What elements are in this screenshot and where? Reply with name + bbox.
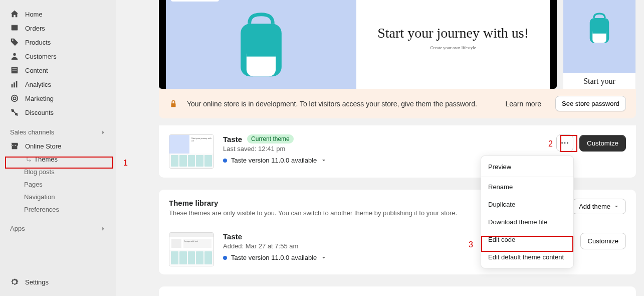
nav-online-store[interactable]: Online Store <box>4 139 112 153</box>
subnav-label: Navigation <box>24 193 55 201</box>
indent-icon <box>26 157 32 163</box>
subnav-label: Themes <box>34 156 58 163</box>
dropdown-preview[interactable]: Preview <box>481 158 573 176</box>
subnav-blog-posts[interactable]: Blog posts <box>4 166 112 178</box>
dropdown-rename[interactable]: Rename <box>481 178 573 196</box>
discount-icon <box>10 108 19 117</box>
home-icon <box>10 10 19 19</box>
svg-rect-15 <box>247 47 276 57</box>
subnav-label: Blog posts <box>24 168 55 176</box>
see-store-password-button[interactable]: See store password <box>555 96 626 111</box>
backpack-illustration <box>231 12 291 82</box>
person-icon <box>10 52 19 61</box>
apps-header[interactable]: Apps <box>4 222 112 235</box>
analytics-icon <box>10 80 19 89</box>
customize-button[interactable]: Customize <box>580 233 626 249</box>
chevron-down-icon <box>613 204 619 210</box>
nav-label: Home <box>25 11 43 18</box>
store-icon <box>10 141 19 151</box>
svg-point-21 <box>564 142 566 144</box>
subnav-label: Preferences <box>24 206 59 213</box>
status-dot-icon <box>223 256 227 260</box>
main-area: EComposer Start your journey with us! Cr… <box>116 0 644 296</box>
chevron-right-icon <box>100 226 106 232</box>
nav-customers[interactable]: Customers <box>4 49 112 63</box>
target-icon <box>10 94 19 103</box>
add-theme-button[interactable]: Add theme <box>572 199 626 214</box>
subnav-preferences[interactable]: Preferences <box>4 203 112 216</box>
theme-name: Taste <box>223 135 242 143</box>
svg-rect-4 <box>13 68 17 69</box>
dropdown-edit-default[interactable]: Edit default theme content <box>481 248 573 266</box>
extra-card <box>159 286 636 296</box>
nav-label: Orders <box>25 25 45 32</box>
mobile-preview-body: EComposer <box>563 0 635 73</box>
nav-orders[interactable]: Orders <box>4 21 112 35</box>
svg-rect-18 <box>592 29 606 34</box>
nav-label: Analytics <box>25 81 51 88</box>
svg-rect-8 <box>16 81 18 88</box>
nav-analytics[interactable]: Analytics <box>4 77 112 91</box>
subnav-navigation[interactable]: Navigation <box>4 191 112 203</box>
svg-point-2 <box>13 53 16 56</box>
svg-rect-11 <box>12 146 18 149</box>
lock-icon <box>169 99 178 108</box>
version-text: Taste version 11.0.0 available <box>231 254 317 261</box>
apps-label: Apps <box>10 225 25 232</box>
svg-rect-7 <box>14 82 15 87</box>
subnav-themes[interactable]: Themes <box>4 153 112 166</box>
dropdown-duplicate[interactable]: Duplicate <box>481 196 573 213</box>
customize-button[interactable]: Customize <box>579 135 626 152</box>
svg-point-22 <box>567 142 568 144</box>
preview-subline: Create your own lifestyle <box>431 45 476 50</box>
dropdown-separator <box>481 177 573 177</box>
theme-thumbnail: Start your journey with us! <box>169 134 214 169</box>
sales-channels-header[interactable]: Sales channels <box>4 125 112 139</box>
nav-content[interactable]: Content <box>4 63 112 77</box>
subnav-pages[interactable]: Pages <box>4 178 112 191</box>
nav-home[interactable]: Home <box>4 7 112 21</box>
svg-rect-1 <box>12 25 18 26</box>
nav-label: Customers <box>25 53 57 60</box>
svg-rect-6 <box>12 84 13 87</box>
learn-more-link[interactable]: Learn more <box>506 100 542 108</box>
nav-label: Discounts <box>25 109 54 116</box>
backpack-illustration <box>585 13 613 46</box>
svg-point-9 <box>12 95 18 102</box>
theme-thumbnail: Image with text <box>169 232 214 266</box>
current-theme-card: Start your journey with us! Taste Curren… <box>159 125 636 178</box>
orders-icon <box>10 24 19 33</box>
status-dot-icon <box>223 159 227 163</box>
svg-point-20 <box>561 142 563 144</box>
add-theme-label: Add theme <box>579 203 610 210</box>
tag-icon <box>10 38 19 47</box>
preview-left-panel: EComposer <box>166 0 356 89</box>
dropdown-download[interactable]: Download theme file <box>481 213 573 231</box>
current-theme-badge: Current theme <box>247 134 294 143</box>
nav-label: Online Store <box>25 142 61 150</box>
nav-discounts[interactable]: Discounts <box>4 105 112 119</box>
last-saved: Last saved: 12:41 pm <box>223 145 547 153</box>
nav-settings[interactable]: Settings <box>4 275 112 289</box>
preview-headline: Start your journey with us! <box>377 24 529 42</box>
more-actions-dropdown: Preview Rename Duplicate Download theme … <box>481 156 574 268</box>
mobile-preview-frame: ≡ mileacademia ⌕ ☐ EComposer Start your <box>563 0 636 89</box>
subnav-label: Pages <box>24 181 43 188</box>
chevron-right-icon <box>100 129 106 135</box>
desktop-preview: EComposer Start your journey with us! Cr… <box>166 0 550 89</box>
theme-preview-row: EComposer Start your journey with us! Cr… <box>159 0 636 89</box>
dropdown-edit-code[interactable]: Edit code <box>481 231 573 248</box>
nav-marketing[interactable]: Marketing <box>4 91 112 105</box>
content-icon <box>10 66 19 75</box>
version-text: Taste version 11.0.0 available <box>231 157 317 164</box>
svg-rect-19 <box>171 103 176 107</box>
dots-horizontal-icon <box>560 138 569 147</box>
svg-rect-0 <box>12 26 18 31</box>
nav-products[interactable]: Products <box>4 35 112 49</box>
more-actions-button[interactable] <box>556 134 573 152</box>
chevron-down-icon <box>321 158 327 164</box>
banner-text: Your online store is in development. To … <box>187 100 497 108</box>
nav-label: Content <box>25 67 48 74</box>
sales-channels-label: Sales channels <box>10 128 54 136</box>
nav-label: Marketing <box>25 95 54 102</box>
